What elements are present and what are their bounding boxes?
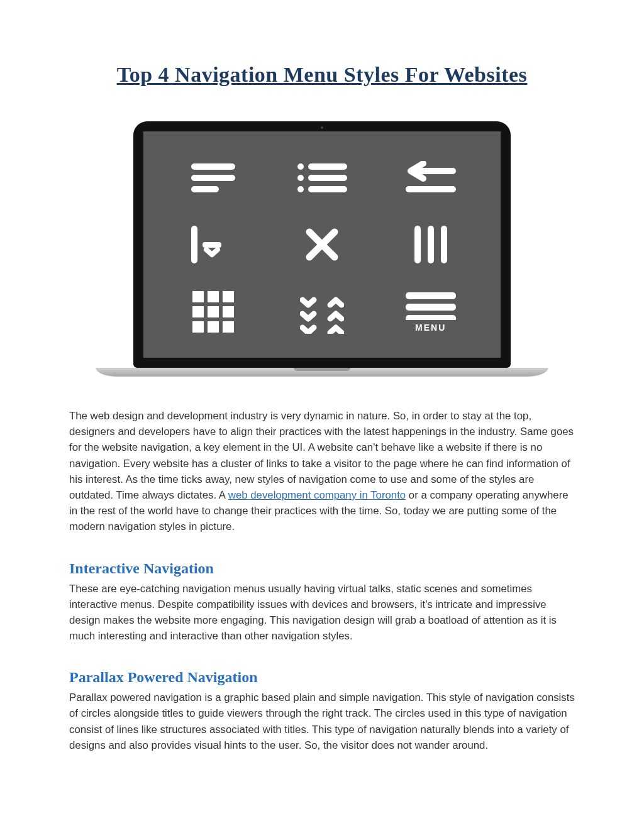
intro-text-1: The web design and development industry … [69,410,574,501]
svg-point-7 [297,186,304,192]
menu-text: MENU [406,323,456,333]
svg-rect-18 [192,291,204,302]
back-arrow-icon [406,161,456,194]
hamburger-icon [191,161,235,194]
svg-rect-22 [208,306,219,317]
svg-rect-9 [412,168,456,174]
section-heading-interactive: Interactive Navigation [69,560,575,577]
svg-rect-24 [192,321,204,333]
section-heading-parallax: Parallax Powered Navigation [69,669,575,686]
section-body-interactive: These are eye-catching navigation menus … [69,581,575,644]
svg-rect-11 [191,226,197,263]
list-icon [297,161,347,194]
svg-rect-25 [208,321,219,333]
chevrons-icon [300,290,344,334]
svg-point-3 [297,163,304,170]
svg-rect-17 [441,226,447,263]
svg-rect-10 [406,186,456,192]
svg-rect-4 [308,163,347,170]
svg-rect-19 [208,291,219,302]
svg-rect-16 [428,226,434,263]
dropdown-indicator-icon [191,226,235,263]
intro-link[interactable]: web development company in Toronto [228,489,406,501]
hero-illustration: MENU [69,121,575,377]
svg-rect-23 [223,306,234,317]
menu-label-icon: MENU [406,291,456,333]
close-icon [304,227,340,262]
svg-point-5 [297,175,304,181]
page-title: Top 4 Navigation Menu Styles For Website… [69,63,575,87]
svg-rect-6 [308,175,347,181]
svg-rect-15 [414,226,421,263]
vertical-bars-icon [412,226,450,263]
grid-icon [192,291,234,333]
svg-rect-8 [308,186,347,192]
svg-rect-0 [191,163,235,170]
intro-paragraph: The web design and development industry … [69,408,575,535]
svg-rect-1 [191,175,235,181]
svg-rect-2 [191,186,219,192]
svg-rect-28 [406,304,456,311]
section-body-parallax: Parallax powered navigation is a graphic… [69,690,575,753]
svg-rect-29 [406,315,456,320]
svg-rect-12 [203,242,221,248]
svg-rect-27 [406,292,456,299]
svg-rect-20 [223,291,234,302]
svg-rect-26 [223,321,234,333]
svg-rect-21 [192,306,204,317]
